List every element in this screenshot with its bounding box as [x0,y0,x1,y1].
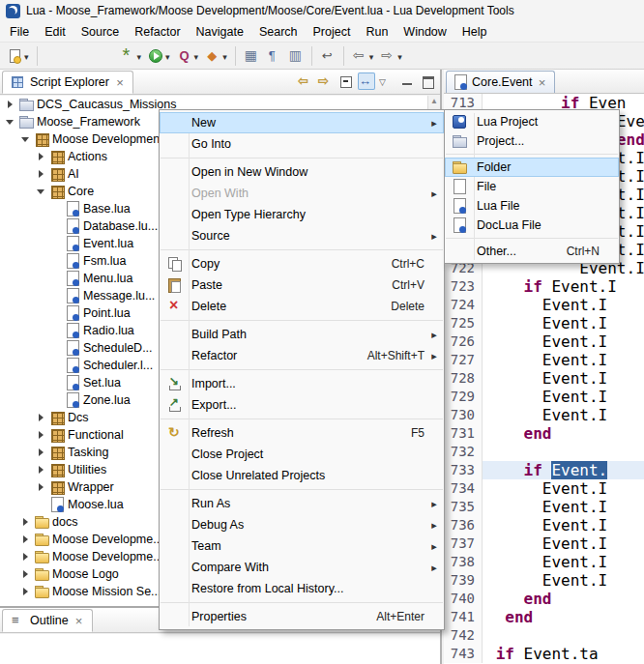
menu-item-refresh[interactable]: RefreshF5 [160,422,444,444]
code-line[interactable]: 730 Event.I [444,406,644,424]
minimize-button[interactable] [398,72,416,90]
menu-item-lua-file[interactable]: Lua File [445,196,619,216]
code-line[interactable]: 724 Event.I [444,296,644,314]
expander-closed-icon[interactable] [35,165,46,183]
expander-closed-icon[interactable] [35,444,46,461]
expander-open-icon[interactable] [19,130,31,148]
menubar-item-help[interactable]: Help [454,22,495,42]
debug-button[interactable] [117,44,145,68]
code-line[interactable]: 731 end [444,424,644,443]
menu-item-doclua-file[interactable]: DocLua File [445,216,619,235]
collapse-all-button[interactable] [337,72,355,90]
menu-item-open-type-hierarchy[interactable]: Open Type Hierarchy [160,204,444,225]
menubar-item-window[interactable]: Window [395,22,454,42]
menu-item-build-path[interactable]: Build Path [160,324,444,345]
back-history-button[interactable] [297,72,314,90]
menu-item-import[interactable]: Import... [160,373,444,394]
expander-closed-icon[interactable] [35,461,46,478]
new-wizard-button[interactable] [4,44,32,68]
menubar-item-file[interactable]: File [2,22,37,42]
open-element-button[interactable] [241,44,262,68]
code-line[interactable]: 735 Event.I [444,498,644,516]
code-line[interactable]: 725 Event.I [444,314,644,332]
close-icon[interactable] [114,75,126,89]
menu-item-restore-from-local-history[interactable]: Restore from Local History... [160,578,444,599]
expander-closed-icon[interactable] [19,548,31,565]
menu-item-open-with[interactable]: Open With [160,183,444,204]
profile-button[interactable] [174,44,202,68]
last-edit-location-button[interactable] [317,44,338,68]
code-line[interactable]: 732 [444,443,644,461]
menu-item-new[interactable]: New [160,112,444,133]
menu-item-file[interactable]: File [445,177,619,196]
menu-item-close-unrelated-projects[interactable]: Close Unrelated Projects [160,465,444,486]
menubar-item-refactor[interactable]: Refactor [127,22,188,42]
expander-closed-icon[interactable] [4,96,15,113]
maximize-button[interactable] [419,72,436,90]
run-button[interactable] [145,44,173,68]
expander-closed-icon[interactable] [35,426,46,444]
tab-outline[interactable]: Outline [2,609,93,632]
expander-open-icon[interactable] [4,113,15,130]
menubar-item-run[interactable]: Run [358,22,395,42]
menu-item-open-in-new-window[interactable]: Open in New Window [160,161,444,183]
expander-closed-icon[interactable] [35,478,46,496]
menubar-item-navigate[interactable]: Navigate [189,22,251,42]
expander-open-icon[interactable] [35,183,46,200]
menu-item-other[interactable]: Other...Ctrl+N [445,242,619,261]
close-icon[interactable] [537,75,548,89]
menubar-item-source[interactable]: Source [73,22,128,42]
expander-closed-icon[interactable] [35,148,46,165]
menu-item-go-into[interactable]: Go Into [160,133,444,155]
menu-item-close-project[interactable]: Close Project [160,444,444,465]
show-whitespace-button[interactable] [263,44,284,68]
menu-item-debug-as[interactable]: Debug As [160,514,444,535]
menu-item-project[interactable]: Project... [445,131,619,151]
tab-script-explorer[interactable]: Script Explorer [2,71,133,94]
menu-item-run-as[interactable]: Run As [160,493,444,514]
expander-closed-icon[interactable] [19,565,31,583]
view-menu-button[interactable] [378,72,395,90]
code-line[interactable]: 741 end [444,608,644,626]
close-icon[interactable] [73,614,85,627]
code-line[interactable]: 728 Event.I [444,369,644,388]
menu-item-refactor[interactable]: RefactorAlt+Shift+T [160,345,444,366]
menu-item-copy[interactable]: CopyCtrl+C [160,253,444,274]
code-line[interactable]: 736 Event.I [444,516,644,534]
code-line[interactable]: 733 if Event. [444,461,644,479]
external-tools-button[interactable] [202,44,230,68]
menu-item-lua-project[interactable]: Lua Project [445,112,619,131]
link-with-editor-button[interactable] [358,72,375,90]
back-button[interactable] [349,44,377,68]
expander-closed-icon[interactable] [19,513,31,531]
code-line[interactable]: 729 Event.I [444,388,644,406]
code-line[interactable]: 723 if Event.I [444,277,644,296]
menubar-item-edit[interactable]: Edit [37,22,73,42]
menu-item-compare-with[interactable]: Compare With [160,557,444,578]
menubar-item-project[interactable]: Project [306,22,359,42]
expander-closed-icon[interactable] [19,583,31,600]
menu-item-source[interactable]: Source [160,225,444,246]
mark-occurrences-button[interactable] [285,44,307,68]
menubar-item-search[interactable]: Search [251,22,306,42]
code-line[interactable]: 743 if Event.ta [444,645,644,663]
expander-closed-icon[interactable] [35,409,46,426]
menu-item-paste[interactable]: PasteCtrl+V [160,274,444,296]
code-line[interactable]: 727 Event.I [444,351,644,369]
menu-item-export[interactable]: Export... [160,394,444,416]
menu-item-delete[interactable]: DeleteDelete [160,296,444,317]
menu-item-team[interactable]: Team [160,535,444,557]
forward-button[interactable] [377,44,405,68]
code-line[interactable]: 737 Event.I [444,534,644,553]
code-line[interactable]: 742 [444,626,644,645]
forward-history-button[interactable] [317,72,335,90]
menu-item-properties[interactable]: PropertiesAlt+Enter [160,606,444,627]
code-line[interactable]: 740 end [444,590,644,608]
tab-core-event[interactable]: Core.Event [446,71,555,93]
code-line[interactable]: 739 Event.I [444,571,644,590]
menu-item-folder[interactable]: Folder [445,158,619,177]
code-line[interactable]: 738 Event.I [444,553,644,571]
code-line[interactable]: 734 Event.I [444,479,644,498]
code-line[interactable]: 726 Event.I [444,332,644,351]
expander-closed-icon[interactable] [19,531,31,548]
